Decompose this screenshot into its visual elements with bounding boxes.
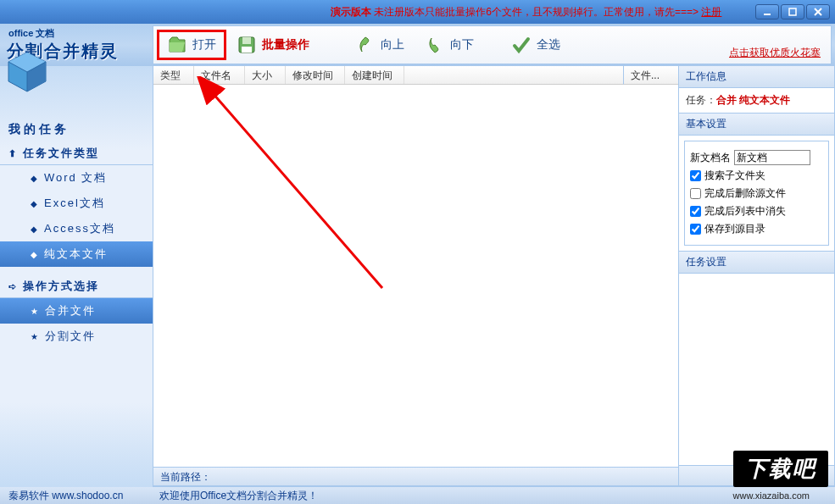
down-label: 向下	[450, 37, 474, 53]
new-doc-input[interactable]	[734, 150, 810, 165]
sidebar-item-access[interactable]: ◆Access文档	[0, 216, 153, 241]
maximize-button[interactable]	[781, 4, 804, 19]
move-down-button[interactable]: 向下	[415, 30, 484, 60]
basic-settings-header: 基本设置	[679, 113, 834, 136]
file-list-pane: 类型 文件名 大小 修改时间 创建时间 文件...	[153, 66, 679, 486]
column-headers-right: 文件...	[623, 66, 678, 85]
file-type-group-header[interactable]: ⬆ 任务文件类型	[0, 142, 153, 165]
search-subfolders-label: 搜索子文件夹	[704, 169, 765, 183]
svg-rect-12	[242, 47, 252, 53]
status-text: 欢迎使用Office文档分割合并精灵！	[159, 489, 318, 503]
minimize-button[interactable]	[755, 4, 779, 19]
task-settings-header: 任务设置	[679, 251, 834, 274]
window-controls	[755, 4, 830, 19]
delete-source-checkbox[interactable]	[690, 188, 701, 199]
col-mtime[interactable]: 修改时间	[286, 66, 345, 84]
current-path-bar: 当前路径：	[153, 467, 678, 485]
status-bar: 秦易软件 www.shodoo.cn 欢迎使用Office文档分割合并精灵！	[0, 487, 835, 504]
sidebar: 我的任务 ⬆ 任务文件类型 ◆Word 文档 ◆Excel文档 ◆Access文…	[0, 66, 153, 487]
up-label: 向上	[381, 37, 404, 53]
col-ctime[interactable]: 创建时间	[345, 66, 404, 84]
content-area: 类型 文件名 大小 修改时间 创建时间 文件...	[153, 66, 835, 487]
logo-area: office 文档 分割合并精灵	[0, 24, 153, 66]
remove-from-list-checkbox[interactable]	[690, 206, 701, 217]
register-link[interactable]: 注册	[701, 6, 721, 18]
work-info-header: 工作信息	[679, 66, 834, 88]
new-doc-label: 新文档名	[690, 151, 731, 165]
sidebar-item-text[interactable]: ◆纯文本文件	[0, 241, 153, 267]
title-bar: 演示版本 未注册版本只能批量操作6个文件，且不规则掉行。正常使用，请先===> …	[0, 0, 835, 24]
task-row: 任务：合并 纯文本文件	[679, 88, 834, 113]
main-toolbar: 打开 批量操作 向上 向下 全选 点击获取优质火花	[153, 25, 832, 64]
main-area: 我的任务 ⬆ 任务文件类型 ◆Word 文档 ◆Excel文档 ◆Access文…	[0, 66, 835, 487]
company-label: 秦易软件 www.shodoo.cn	[8, 489, 123, 503]
settings-box: 新文档名 搜索子文件夹 完成后删除源文件 完成后列表中消失	[684, 141, 829, 246]
search-subfolders-checkbox[interactable]	[690, 170, 701, 181]
disk-icon	[237, 35, 257, 55]
check-icon	[511, 35, 532, 55]
trial-warning: 演示版本 未注册版本只能批量操作6个文件，且不规则掉行。正常使用，请先===> …	[331, 5, 721, 19]
column-headers-left: 类型 文件名 大小 修改时间 创建时间	[153, 66, 623, 85]
my-tasks-title: 我的任务	[0, 117, 153, 142]
col-type[interactable]: 类型	[153, 66, 194, 84]
delete-source-label: 完成后删除源文件	[704, 186, 786, 201]
expand-icon: ➪	[8, 281, 18, 292]
app-header: office 文档 分割合并精灵 打开 批量操作	[0, 24, 835, 66]
svg-rect-1	[789, 8, 796, 15]
sidebar-item-split[interactable]: ★分割文件	[0, 324, 153, 349]
folder-open-icon	[167, 35, 187, 55]
batch-label: 批量操作	[262, 37, 309, 53]
open-label: 打开	[192, 37, 216, 53]
cube-icon	[3, 49, 51, 97]
save-to-source-checkbox[interactable]	[690, 224, 701, 235]
operation-group-header[interactable]: ➪ 操作方式选择	[0, 275, 153, 298]
sidebar-item-excel[interactable]: ◆Excel文档	[0, 191, 153, 216]
sidebar-item-merge[interactable]: ★合并文件	[0, 298, 153, 324]
logo-subtitle: office 文档	[8, 27, 153, 40]
svg-line-13	[213, 93, 382, 288]
svg-rect-11	[242, 37, 251, 44]
watermark-logo: 下载吧	[733, 451, 828, 487]
select-all-label: 全选	[537, 37, 560, 53]
expand-icon: ⬆	[8, 148, 18, 159]
move-up-button[interactable]: 向上	[345, 30, 415, 60]
sidebar-item-word[interactable]: ◆Word 文档	[0, 165, 153, 191]
right-panel: 工作信息 任务：合并 纯文本文件 基本设置 新文档名 搜索子文件夹	[679, 66, 835, 486]
watermark-url: www.xiazaiba.com	[733, 490, 810, 501]
open-button[interactable]: 打开	[157, 30, 226, 60]
arrow-down-icon	[425, 35, 445, 55]
save-to-source-label: 保存到源目录	[704, 222, 765, 236]
annotation-arrow-icon	[196, 76, 416, 296]
col-file[interactable]: 文件...	[624, 66, 666, 84]
col-filename[interactable]: 文件名	[194, 66, 245, 84]
col-size[interactable]: 大小	[245, 66, 286, 84]
remove-from-list-label: 完成后列表中消失	[704, 204, 786, 219]
batch-button[interactable]: 批量操作	[226, 30, 320, 60]
arrow-up-icon	[355, 35, 376, 55]
select-all-button[interactable]: 全选	[501, 30, 571, 60]
close-button[interactable]	[806, 4, 830, 19]
file-list-body[interactable]	[153, 85, 678, 467]
promo-link[interactable]: 点击获取优质火花塞	[729, 46, 821, 60]
